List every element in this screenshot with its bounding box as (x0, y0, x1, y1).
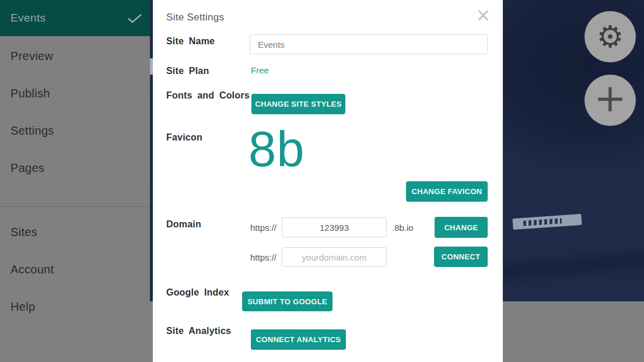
sidebar-item-publish[interactable]: Publish (0, 87, 150, 101)
modal-title: Site Settings (166, 12, 224, 23)
gear-icon: ⚙ (597, 22, 624, 52)
google-index-label: Google Index (166, 287, 229, 298)
sidebar-divider (0, 206, 150, 207)
change-favicon-button[interactable]: CHANGE FAVICON (406, 181, 488, 202)
app-root: ⚙ + Events Preview Publish Settings Page… (0, 0, 644, 362)
check-icon (127, 13, 142, 24)
submit-to-google-button[interactable]: SUBMIT TO GOOGLE (242, 291, 332, 311)
sidebar-item-events[interactable]: Events (0, 0, 150, 36)
connect-analytics-button[interactable]: CONNECT ANALYTICS (251, 329, 346, 350)
favicon-preview: 8b (249, 124, 305, 174)
favicon-label: Favicon (166, 132, 202, 143)
domain-suffix: .8b.io (392, 223, 414, 233)
site-plan-label: Site Plan (166, 66, 209, 76)
domain-label: Domain (166, 219, 201, 230)
site-settings-modal: Site Settings × Site Name Site Plan Free… (153, 0, 503, 362)
https-prefix: https:// (250, 223, 276, 233)
fonts-colors-label: Fonts and Colors (166, 90, 250, 101)
https-prefix: https:// (250, 252, 276, 262)
site-name-label: Site Name (166, 36, 215, 47)
plus-icon: + (594, 79, 626, 118)
change-site-styles-button[interactable]: CHANGE SITE STYLES (251, 94, 345, 114)
sidebar-item-preview[interactable]: Preview (0, 50, 150, 64)
sidebar-item-pages[interactable]: Pages (0, 161, 150, 175)
settings-fab-button[interactable]: ⚙ (584, 11, 636, 62)
subdomain-input[interactable] (282, 217, 387, 237)
site-plan-link[interactable]: Free (251, 65, 269, 75)
sidebar-menu: Events Preview Publish Settings Pages Si… (0, 0, 150, 362)
connect-domain-button[interactable]: CONNECT (434, 247, 488, 267)
sidebar-item-settings[interactable]: Settings (0, 124, 150, 138)
close-icon[interactable]: × (477, 3, 490, 27)
add-fab-button[interactable]: + (584, 75, 636, 126)
sidebar-item-account[interactable]: Account (0, 263, 150, 277)
site-name-input[interactable] (250, 34, 488, 54)
sidebar-item-label: Events (10, 12, 46, 24)
custom-domain-input[interactable] (282, 247, 387, 267)
photo-license-plate (512, 214, 582, 230)
sidebar-item-help[interactable]: Help (0, 300, 150, 314)
site-analytics-label: Site Analytics (166, 326, 231, 336)
sidebar-item-sites[interactable]: Sites (0, 226, 150, 240)
change-domain-button[interactable]: CHANGE (435, 217, 488, 238)
